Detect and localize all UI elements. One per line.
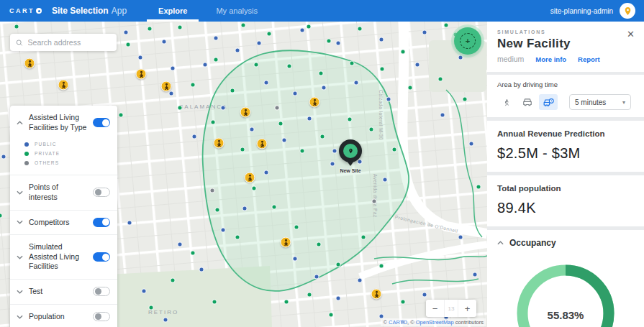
facility-dot-public[interactable] xyxy=(142,289,147,294)
facility-dot-private[interactable] xyxy=(317,242,322,247)
facility-dot-private[interactable] xyxy=(300,149,305,154)
facility-dot-public[interactable] xyxy=(300,28,305,33)
mode-car-time-button[interactable] xyxy=(539,94,558,110)
facility-dot-public[interactable] xyxy=(250,127,255,132)
competitor-marker[interactable] xyxy=(240,107,251,118)
facility-dot-public[interactable] xyxy=(257,41,262,46)
facility-dot-private[interactable] xyxy=(272,205,277,210)
facility-dot-private[interactable] xyxy=(119,113,124,118)
carto-logo[interactable]: CART xyxy=(0,0,52,22)
map-canvas[interactable]: SALAMANCARETIROCalzada lateral M-30Aveni… xyxy=(0,22,487,327)
facility-dot-private[interactable] xyxy=(319,71,324,76)
facility-dot-private[interactable] xyxy=(0,213,3,218)
facility-dot-private[interactable] xyxy=(294,225,299,230)
facility-dot-public[interactable] xyxy=(422,293,427,298)
facility-dot-public[interactable] xyxy=(199,267,204,272)
zoom-in-button[interactable]: + xyxy=(458,300,476,317)
facility-dot-public[interactable] xyxy=(332,149,337,154)
osm-attribution-link[interactable]: OpenStreetMap xyxy=(416,319,454,326)
facility-dot-private[interactable] xyxy=(401,300,406,305)
layer-row-population[interactable]: Population xyxy=(10,304,117,327)
facility-dot-public[interactable] xyxy=(264,80,269,86)
facility-dot-private[interactable] xyxy=(252,186,257,191)
facility-dot-public[interactable] xyxy=(458,55,463,60)
facility-dot-others[interactable] xyxy=(210,188,215,193)
facility-dot-public[interactable] xyxy=(203,63,208,68)
facility-dot-public[interactable] xyxy=(162,40,167,45)
chevron-down-icon[interactable] xyxy=(17,190,23,195)
facility-dot-private[interactable] xyxy=(126,42,131,47)
competitor-marker[interactable] xyxy=(161,81,172,92)
facility-dot-public[interactable] xyxy=(264,170,269,175)
layer-toggle-test[interactable] xyxy=(93,287,110,296)
facility-dot-private[interactable] xyxy=(178,106,183,111)
layer-row-simulated-assisted-living-facilities[interactable]: Simulated Assisted Living Facilities xyxy=(10,234,117,279)
facility-dot-public[interactable] xyxy=(415,63,420,68)
facility-dot-private[interactable] xyxy=(241,23,246,28)
facility-dot-private[interactable] xyxy=(320,134,325,139)
layer-row-assisted-living-facilities-by-type[interactable]: Assisted Living Facilities by Type xyxy=(10,106,117,139)
facility-dot-private[interactable] xyxy=(348,117,353,122)
facility-dot-public[interactable] xyxy=(221,228,226,233)
facility-dot-private[interactable] xyxy=(307,293,312,298)
facility-dot-private[interactable] xyxy=(336,262,341,267)
facility-dot-private[interactable] xyxy=(444,23,449,28)
close-panel-button[interactable]: ✕ xyxy=(627,29,635,39)
facility-dot-public[interactable] xyxy=(293,91,298,96)
facility-dot-private[interactable] xyxy=(327,39,332,44)
facility-dot-private[interactable] xyxy=(408,86,413,91)
facility-dot-public[interactable] xyxy=(440,113,445,118)
competitor-marker[interactable] xyxy=(257,139,268,149)
facility-dot-private[interactable] xyxy=(230,88,235,93)
facility-dot-public[interactable] xyxy=(422,30,427,35)
facility-dot-public[interactable] xyxy=(293,257,298,262)
facility-dot-public[interactable] xyxy=(314,275,319,280)
facility-dot-private[interactable] xyxy=(191,83,196,88)
layer-toggle-simulated-assisted-living-facilities[interactable] xyxy=(93,252,110,262)
address-search[interactable] xyxy=(10,34,117,51)
new-site-balloon[interactable] xyxy=(339,139,362,162)
competitor-marker[interactable] xyxy=(24,58,35,69)
facility-dot-public[interactable] xyxy=(379,37,384,42)
facility-dot-public[interactable] xyxy=(178,242,183,247)
layer-row-points-of-interests[interactable]: Points of interests xyxy=(10,175,117,209)
facility-dot-public[interactable] xyxy=(383,178,388,183)
facility-dot-public[interactable] xyxy=(358,278,363,283)
facility-dot-public[interactable] xyxy=(1,155,6,160)
competitor-marker[interactable] xyxy=(136,69,147,80)
facility-dot-public[interactable] xyxy=(322,86,327,91)
layer-row-test[interactable]: Test xyxy=(10,279,117,304)
chevron-up-icon[interactable] xyxy=(497,241,504,245)
facility-dot-private[interactable] xyxy=(278,121,284,126)
competitor-marker[interactable] xyxy=(371,289,382,300)
facility-dot-private[interactable] xyxy=(235,235,240,240)
facility-dot-public[interactable] xyxy=(163,318,168,323)
facility-dot-private[interactable] xyxy=(329,313,334,318)
facility-dot-public[interactable] xyxy=(336,296,341,301)
more-info-link[interactable]: More info xyxy=(535,55,566,63)
facility-dot-private[interactable] xyxy=(438,77,443,82)
competitor-marker[interactable] xyxy=(214,138,225,149)
facility-dot-private[interactable] xyxy=(178,25,183,30)
zoom-out-button[interactable]: − xyxy=(426,300,444,317)
facility-dot-private[interactable] xyxy=(254,63,259,68)
facility-dot-private[interactable] xyxy=(149,305,154,310)
tab-my-analysis[interactable]: My analysis xyxy=(204,0,268,22)
facility-dot-public[interactable] xyxy=(354,80,359,86)
facility-dot-private[interactable] xyxy=(379,264,384,269)
facility-dot-private[interactable] xyxy=(476,185,481,190)
minutes-dropdown[interactable]: 5 minutes ▾ xyxy=(569,94,631,110)
facility-dot-public[interactable] xyxy=(473,272,478,277)
chevron-up-icon[interactable] xyxy=(17,121,23,125)
facility-dot-private[interactable] xyxy=(214,57,219,63)
facility-dot-public[interactable] xyxy=(171,66,176,71)
user-avatar[interactable] xyxy=(620,3,635,19)
facility-dot-private[interactable] xyxy=(14,24,19,29)
search-input[interactable] xyxy=(28,38,111,47)
layer-row-competitors[interactable]: Competitors xyxy=(10,210,117,235)
facility-dot-private[interactable] xyxy=(211,120,216,125)
facility-dot-private[interactable] xyxy=(358,27,363,32)
facility-dot-private[interactable] xyxy=(171,278,176,283)
facility-dot-public[interactable] xyxy=(169,91,174,96)
layer-toggle-assisted-living-facilities-by-type[interactable] xyxy=(93,118,110,127)
